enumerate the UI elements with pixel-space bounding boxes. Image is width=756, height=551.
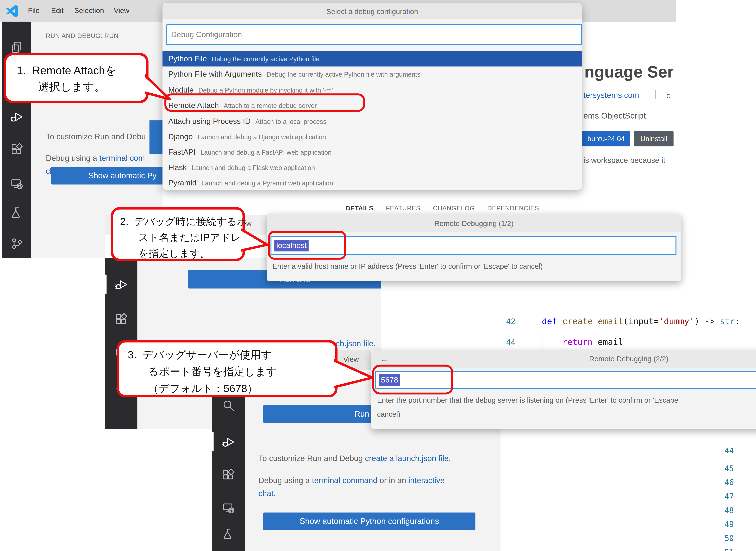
remote-explorer-icon[interactable] [212, 501, 245, 515]
uninstall-button[interactable]: Uninstall [634, 131, 674, 146]
host-input-highlight-box [268, 231, 346, 260]
quickpick-title: Select a debug configuration [163, 3, 582, 19]
inline-link[interactable]: terminal com [99, 154, 145, 162]
extensions-icon[interactable] [105, 312, 138, 326]
line-number: 46 [713, 478, 734, 487]
files-icon[interactable] [2, 41, 31, 54]
code-line[interactable]: def create_email(input='dummy') -> str: [542, 317, 740, 326]
tutorial-composite: File Edit Selection View RUN AND DEBUG: … [0, 0, 756, 551]
quickpick-placeholder: Debug Configuration [171, 30, 242, 39]
callout2-arrow [241, 225, 270, 254]
run-debug-icon[interactable] [2, 110, 31, 123]
tab-features[interactable]: FEATURES [386, 205, 421, 212]
line-number: 49 [713, 520, 734, 529]
quickpick-item-fastapi[interactable]: FastAPILaunch and debug a FastAPI web ap… [163, 144, 582, 160]
active-view-indicator [105, 274, 106, 294]
debug-terminal-line-3: Debug using a terminal command or in an … [258, 476, 445, 485]
callout-step1: 1. Remote Attachを 選択します。 [4, 53, 149, 103]
menu-selection[interactable]: Selection [71, 5, 107, 15]
publisher-link-fragment[interactable]: tersystems.com [583, 90, 639, 99]
line-number: 48 [713, 506, 734, 515]
vscode-logo-icon [6, 4, 19, 18]
inline-link[interactable]: interactive [409, 476, 445, 485]
customize-line-3: To customize Run and Debug create a laun… [258, 454, 451, 463]
quickpick-item-django[interactable]: DjangoLaunch and debug a Django web appl… [163, 129, 582, 144]
port-input-highlight-box [372, 365, 453, 395]
remote-explorer-icon[interactable] [2, 177, 31, 191]
callout1-arrow [145, 70, 173, 105]
line-number: 47 [713, 492, 734, 501]
extension-tabs: DETAILSFEATURESCHANGELOGDEPENDENCIES [346, 205, 552, 212]
tab-changelog[interactable]: CHANGELOG [433, 205, 475, 212]
menu-edit[interactable]: Edit [48, 5, 67, 15]
run-debug-icon[interactable] [105, 278, 138, 291]
extensions-icon[interactable] [2, 142, 31, 156]
dialog1-hint: Enter a valid host name or IP address (P… [272, 262, 543, 270]
quickpick-item-python-file-with-arguments[interactable]: Python File with ArgumentsDebug the curr… [163, 67, 582, 82]
line-number: 42 [494, 317, 515, 326]
extension-title-fragment: nguage Ser [584, 63, 674, 81]
test-beaker-icon[interactable] [2, 206, 31, 220]
back-icon[interactable]: ← [380, 354, 389, 364]
quickpick-item-flask[interactable]: FlaskLaunch and debug a Flask web applic… [163, 160, 582, 175]
quickpick-item-attach-using-process-id[interactable]: Attach using Process IDAttach to a local… [163, 114, 582, 129]
extension-subtitle-fragment: ems ObjectScript. [583, 111, 648, 121]
customize-text: To customize Run and Debu [46, 132, 146, 141]
menu-file[interactable]: File [25, 5, 42, 15]
panel-title: RUN AND DEBUG: RUN [46, 32, 118, 39]
dialog2-hint-line2: cancel) [377, 410, 400, 418]
code-line[interactable]: return email [562, 337, 623, 347]
quickpick-item-python-file[interactable]: Python FileDebug the currently active Py… [163, 51, 582, 66]
extensions-icon[interactable] [212, 468, 245, 481]
debug-config-quickpick: Select a debug configuration Debug Confi… [163, 3, 582, 190]
chat-link-3[interactable]: chat. [258, 489, 276, 498]
quickpick-item-pyramid[interactable]: PyramidLaunch and debug a Pyramid web ap… [163, 175, 582, 190]
tab-dependencies[interactable]: DEPENDENCIES [487, 205, 539, 212]
activity-bar-3 [212, 372, 245, 551]
callout-step3: 3. デバッグサーバーが使用す るポート番号を指定します （デフォルト：5678… [116, 340, 337, 397]
line-number: 50 [713, 534, 734, 543]
search-icon[interactable] [212, 399, 245, 412]
line-number: 44 [713, 446, 734, 455]
line-number: 44 [494, 338, 515, 347]
install-version-button[interactable]: buntu-24.04 [582, 131, 630, 146]
debug-terminal-text: Debug using a terminal com [46, 154, 145, 163]
line-number: 51 [713, 548, 734, 551]
dialog1-title: Remote Debugging (1/2) [267, 214, 681, 232]
menu-view[interactable]: View [111, 5, 133, 15]
line-number: 45 [713, 464, 734, 473]
text-fragment-c: c [666, 91, 670, 100]
inline-link[interactable]: create a launch.json file. [365, 454, 451, 462]
callout3-arrow [333, 357, 375, 392]
active-view-indicator [212, 432, 214, 452]
workspace-note-fragment: is workspace because it [583, 156, 665, 165]
tab-details[interactable]: DETAILS [346, 205, 373, 212]
callout-step2: 2. デバッグ時に接続するホ スト名またはIPアドレス を指定します。 [111, 207, 245, 261]
remote-attach-highlight-box [165, 93, 365, 112]
test-beaker-icon[interactable] [212, 527, 245, 541]
dialog2-hint-line1: Enter the port number that the debug ser… [377, 396, 678, 404]
quickpick-list: Python FileDebug the currently active Py… [163, 48, 582, 190]
header-divider: | [654, 88, 657, 99]
run-debug-icon[interactable] [212, 435, 245, 449]
debug-config-input[interactable]: Debug Configuration [166, 24, 582, 45]
inline-link[interactable]: terminal command [312, 476, 377, 485]
source-control-icon[interactable] [2, 237, 31, 250]
show-automatic-configs-button-3[interactable]: Show automatic Python configurations [263, 513, 475, 530]
